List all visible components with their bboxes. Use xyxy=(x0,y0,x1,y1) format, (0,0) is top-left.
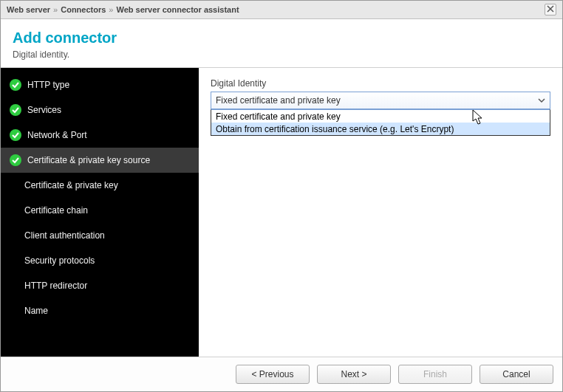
sidebar-item-http-redirector[interactable]: HTTP redirector xyxy=(1,273,199,298)
wizard-footer: < Previous Next > Finish Cancel xyxy=(1,357,562,391)
digital-identity-select[interactable]: Fixed certificate and private key Fixed … xyxy=(211,92,550,109)
breadcrumb-sep: » xyxy=(53,5,58,14)
dropdown-list: Fixed certificate and private key Obtain… xyxy=(211,109,550,136)
sidebar-item-http-type[interactable]: HTTP type xyxy=(1,72,199,97)
finish-button: Finish xyxy=(398,365,472,384)
page-subtitle: Digital identity. xyxy=(13,49,550,60)
sidebar-item-cert-key-source[interactable]: Certificate & private key source xyxy=(1,148,199,173)
breadcrumb-item[interactable]: Web server xyxy=(7,5,50,14)
svg-point-2 xyxy=(10,129,21,141)
select-display[interactable]: Fixed certificate and private key xyxy=(211,92,550,109)
dropdown-option-obtain-service[interactable]: Obtain from certification issuance servi… xyxy=(211,123,550,135)
cancel-button[interactable]: Cancel xyxy=(480,365,553,384)
check-circle-icon xyxy=(10,104,21,116)
next-button[interactable]: Next > xyxy=(317,365,391,384)
wizard-main: Digital Identity Fixed certificate and p… xyxy=(199,68,562,357)
sidebar-item-cert-chain[interactable]: Certificate chain xyxy=(1,198,199,223)
sidebar-item-label: Services xyxy=(27,105,61,115)
wizard-header: Add connector Digital identity. xyxy=(1,19,562,68)
select-value: Fixed certificate and private key xyxy=(216,95,341,106)
sidebar-item-label: Certificate & private key xyxy=(24,180,118,190)
dropdown-option-fixed[interactable]: Fixed certificate and private key xyxy=(211,110,550,123)
check-circle-icon xyxy=(10,129,21,141)
sidebar-item-security-protocols[interactable]: Security protocols xyxy=(1,248,199,273)
wizard-body: HTTP type Services Network & Port Certif… xyxy=(1,68,562,357)
close-button[interactable] xyxy=(545,4,556,16)
sidebar-item-name[interactable]: Name xyxy=(1,298,199,323)
sidebar-item-label: Certificate & private key source xyxy=(27,155,150,165)
chevron-down-icon xyxy=(536,94,547,106)
sidebar-item-label: Client authentication xyxy=(24,230,105,241)
sidebar-item-client-auth[interactable]: Client authentication xyxy=(1,223,199,248)
svg-point-3 xyxy=(10,154,21,166)
sidebar-item-cert-private-key[interactable]: Certificate & private key xyxy=(1,173,199,198)
page-title: Add connector xyxy=(13,30,550,47)
wizard-sidebar: HTTP type Services Network & Port Certif… xyxy=(1,68,199,357)
sidebar-item-label: Network & Port xyxy=(27,130,87,140)
sidebar-item-label: Name xyxy=(24,306,48,316)
digital-identity-label: Digital Identity xyxy=(211,78,550,89)
sidebar-item-services[interactable]: Services xyxy=(1,97,199,123)
sidebar-item-label: Security protocols xyxy=(24,255,95,266)
breadcrumb-item: Web server connector assistant xyxy=(116,5,239,14)
sidebar-item-network-port[interactable]: Network & Port xyxy=(1,123,199,148)
close-icon xyxy=(547,5,554,14)
check-circle-icon xyxy=(10,79,21,91)
check-circle-icon xyxy=(10,154,21,166)
wizard-window: Web server » Connectors » Web server con… xyxy=(0,0,563,392)
svg-point-1 xyxy=(10,104,21,116)
breadcrumb-sep: » xyxy=(109,5,113,14)
sidebar-item-label: Certificate chain xyxy=(24,205,88,216)
sidebar-item-label: HTTP redirector xyxy=(24,281,87,291)
previous-button[interactable]: < Previous xyxy=(236,365,310,384)
svg-point-0 xyxy=(10,79,21,91)
breadcrumb-item[interactable]: Connectors xyxy=(61,5,106,14)
sidebar-item-label: HTTP type xyxy=(27,80,69,90)
titlebar: Web server » Connectors » Web server con… xyxy=(1,1,562,19)
